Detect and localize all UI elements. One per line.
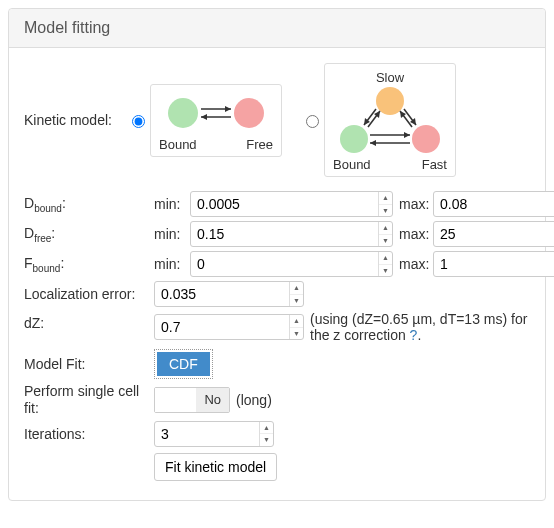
dz-row: dZ: ▲▼ (using (dZ=0.65 µm, dT=13 ms) for… — [24, 311, 530, 343]
two-state-free-label: Free — [246, 137, 273, 152]
spinner-up-icon[interactable]: ▲ — [379, 192, 392, 205]
dz-note: (using (dZ=0.65 µm, dT=13 ms) for the z … — [310, 311, 530, 343]
three-state-fast-label: Fast — [422, 157, 447, 172]
fit-kinetic-model-button[interactable]: Fit kinetic model — [154, 453, 277, 481]
single-cell-row: Perform single cell fit: No (long) — [24, 383, 530, 417]
f-bound-label: Fbound: — [24, 255, 154, 274]
single-cell-toggle[interactable]: No — [154, 387, 230, 413]
three-state-slow-label: Slow — [333, 70, 447, 85]
model-fit-toggle[interactable]: CDF — [154, 349, 213, 379]
loc-error-row: Localization error: ▲▼ — [24, 281, 530, 307]
d-free-min-input[interactable]: ▲▼ — [190, 221, 393, 247]
spinner-down-icon[interactable]: ▼ — [290, 328, 303, 340]
panel-body: Kinetic model: Bound Free — [9, 48, 545, 500]
svg-point-8 — [412, 125, 440, 153]
spinner-up-icon[interactable]: ▲ — [379, 222, 392, 235]
d-free-max-input[interactable]: ▲▼ — [433, 221, 554, 247]
three-state-svg — [334, 87, 446, 155]
single-cell-value: No — [196, 388, 229, 412]
d-bound-label: Dbound: — [24, 195, 154, 214]
spinner-down-icon[interactable]: ▼ — [379, 205, 392, 217]
spinner-up-icon[interactable]: ▲ — [260, 422, 273, 435]
spinner-down-icon[interactable]: ▼ — [379, 235, 392, 247]
kinetic-three-state-diagram: Slow — [324, 63, 456, 177]
svg-point-0 — [168, 98, 198, 128]
loc-error-label: Localization error: — [24, 286, 154, 302]
svg-point-7 — [340, 125, 368, 153]
two-state-bound-label: Bound — [159, 137, 197, 152]
fit-button-row: Fit kinetic model — [24, 453, 530, 481]
spinner-down-icon[interactable]: ▼ — [260, 434, 273, 446]
dz-input[interactable]: ▲▼ — [154, 314, 304, 340]
f-bound-max-input[interactable]: ▲▼ — [433, 251, 554, 277]
single-cell-label: Perform single cell fit: — [24, 383, 154, 417]
model-fit-value: CDF — [157, 352, 210, 376]
iterations-label: Iterations: — [24, 426, 154, 442]
spinner-down-icon[interactable]: ▼ — [379, 265, 392, 277]
spinner-up-icon[interactable]: ▲ — [290, 315, 303, 328]
svg-marker-3 — [225, 106, 231, 112]
three-state-bound-label: Bound — [333, 157, 371, 172]
model-fit-row: Model Fit: CDF — [24, 349, 530, 379]
f-bound-min-input[interactable]: ▲▼ — [190, 251, 393, 277]
panel-title: Model fitting — [9, 9, 545, 48]
d-bound-row: Dbound: min: ▲▼ max: ▲▼ — [24, 191, 530, 217]
model-fitting-panel: Model fitting Kinetic model: Bound Fr — [8, 8, 546, 501]
d-bound-min-input[interactable]: ▲▼ — [190, 191, 393, 217]
dz-label: dZ: — [24, 311, 154, 343]
d-free-row: Dfree: min: ▲▼ max: ▲▼ — [24, 221, 530, 247]
max-label: max: — [393, 196, 433, 212]
kinetic-radio-two-state[interactable] — [132, 115, 145, 128]
kinetic-model-label: Kinetic model: — [24, 112, 124, 128]
kinetic-two-state-diagram: Bound Free — [150, 84, 282, 157]
svg-marker-20 — [370, 140, 376, 146]
d-free-label: Dfree: — [24, 225, 154, 244]
spinner-up-icon[interactable]: ▲ — [290, 282, 303, 295]
svg-marker-18 — [404, 132, 410, 138]
spinner-down-icon[interactable]: ▼ — [290, 295, 303, 307]
iterations-row: Iterations: ▲▼ — [24, 421, 530, 447]
loc-error-input[interactable]: ▲▼ — [154, 281, 304, 307]
svg-point-6 — [376, 87, 404, 115]
f-bound-row: Fbound: min: ▲▼ max: ▲▼ — [24, 251, 530, 277]
svg-marker-5 — [201, 114, 207, 120]
kinetic-radio-three-state[interactable] — [306, 115, 319, 128]
kinetic-model-row: Kinetic model: Bound Free — [24, 63, 530, 177]
iterations-input[interactable]: ▲▼ — [154, 421, 274, 447]
svg-point-1 — [234, 98, 264, 128]
min-label: min: — [154, 196, 190, 212]
spinner-up-icon[interactable]: ▲ — [379, 252, 392, 265]
model-fit-label: Model Fit: — [24, 356, 154, 372]
d-bound-max-input[interactable]: ▲▼ — [433, 191, 554, 217]
two-state-svg — [161, 91, 271, 135]
single-cell-note: (long) — [236, 392, 272, 408]
